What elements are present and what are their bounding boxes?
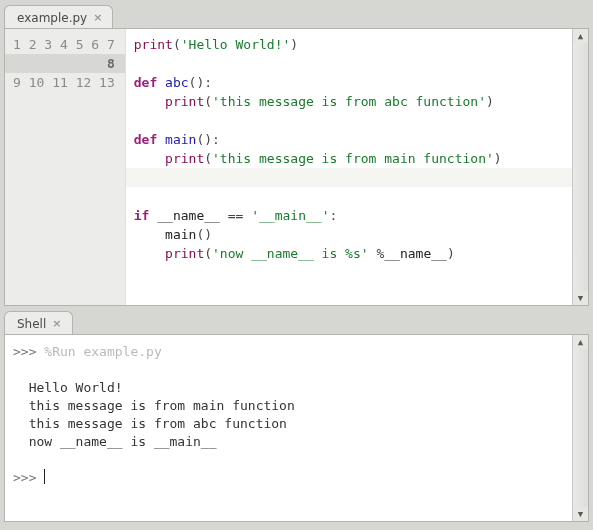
shell-output[interactable]: >>> %Run example.py Hello World! this me…: [5, 335, 572, 521]
editor-tab-label: example.py: [17, 11, 87, 25]
shell-prompt: >>>: [13, 344, 36, 359]
shell-tab-row: Shell ×: [4, 310, 589, 334]
editor-pane: 1 2 3 4 5 6 7 8 9 10 11 12 13 print('Hel…: [4, 28, 589, 306]
text-cursor: [44, 469, 45, 484]
shell-panel: Shell × >>> %Run example.py Hello World!…: [4, 310, 589, 522]
editor-tab-row: example.py ×: [4, 4, 589, 28]
editor-scrollbar[interactable]: ▲ ▼: [572, 29, 588, 305]
shell-run-command: %Run example.py: [44, 344, 161, 359]
shell-tab-label: Shell: [17, 317, 46, 331]
shell-output-line: this message is from main function: [29, 398, 295, 413]
editor-panel: example.py × 1 2 3 4 5 6 7 8 9 10 11 12 …: [4, 4, 589, 306]
scroll-up-icon[interactable]: ▲: [573, 335, 588, 349]
scroll-up-icon[interactable]: ▲: [573, 29, 588, 43]
shell-scrollbar[interactable]: ▲ ▼: [572, 335, 588, 521]
scroll-down-icon[interactable]: ▼: [573, 507, 588, 521]
editor-tab[interactable]: example.py ×: [4, 5, 113, 29]
current-line-highlight: [126, 168, 572, 187]
shell-tab[interactable]: Shell ×: [4, 311, 73, 335]
shell-pane: >>> %Run example.py Hello World! this me…: [4, 334, 589, 522]
shell-output-line: now __name__ is __main__: [29, 434, 217, 449]
close-icon[interactable]: ×: [52, 317, 61, 330]
shell-prompt: >>>: [13, 470, 36, 485]
close-icon[interactable]: ×: [93, 11, 102, 24]
scroll-down-icon[interactable]: ▼: [573, 291, 588, 305]
code-editor[interactable]: print('Hello World!') def abc(): print('…: [126, 29, 572, 305]
line-number-gutter: 1 2 3 4 5 6 7 8 9 10 11 12 13: [5, 29, 126, 305]
shell-output-line: this message is from abc function: [29, 416, 287, 431]
shell-output-line: Hello World!: [29, 380, 123, 395]
